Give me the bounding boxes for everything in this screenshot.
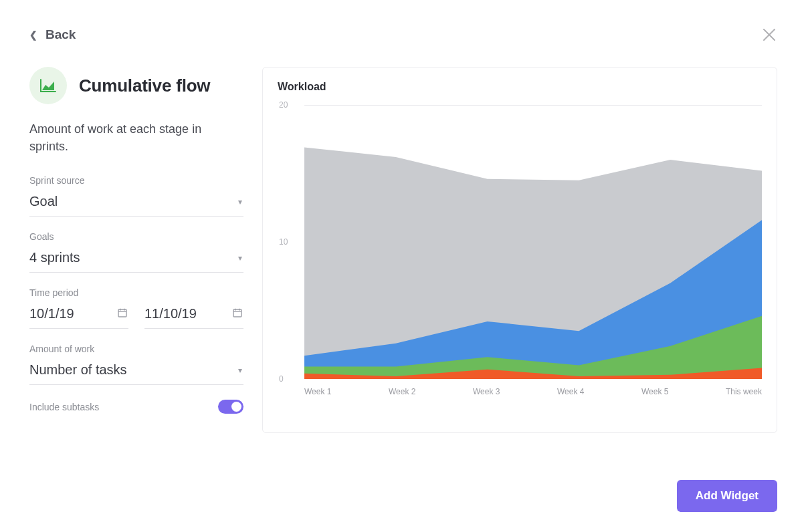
goals-label: Goals xyxy=(29,231,243,242)
time-period-start-value: 10/1/19 xyxy=(29,306,74,321)
calendar-icon xyxy=(233,308,242,320)
close-icon xyxy=(761,27,777,43)
y-axis-label: 0 xyxy=(279,374,284,384)
amount-of-work-value: Number of tasks xyxy=(29,362,127,378)
time-period-end-value: 11/10/19 xyxy=(144,306,197,321)
x-axis-label: Week 1 xyxy=(304,387,331,396)
widget-description: Amount of work at each stage in sprints. xyxy=(29,120,243,155)
widget-title: Cumulative flow xyxy=(79,76,210,96)
y-axis-label: 10 xyxy=(279,237,288,247)
amount-of-work-label: Amount of work xyxy=(29,344,243,354)
svg-rect-6 xyxy=(233,309,241,317)
area-chart-icon xyxy=(39,78,57,93)
time-period-start-input[interactable]: 10/1/19 xyxy=(29,302,128,329)
goals-value: 4 sprints xyxy=(29,250,80,265)
chart-card: Workload Week 1Week 2Week 3Week 4Week 5T… xyxy=(262,67,777,433)
amount-of-work-select[interactable]: Number of tasks ▾ xyxy=(29,358,243,385)
calendar-icon xyxy=(118,308,127,320)
x-axis-label: This week xyxy=(726,387,762,396)
close-button[interactable] xyxy=(761,27,777,43)
widget-icon-chip xyxy=(29,67,67,104)
chart-plot xyxy=(304,105,762,379)
back-label: Back xyxy=(45,27,76,42)
time-period-end-input[interactable]: 11/10/19 xyxy=(144,302,243,329)
sprint-source-label: Sprint source xyxy=(29,175,243,186)
y-axis-label: 20 xyxy=(279,100,288,110)
chevron-down-icon: ▾ xyxy=(238,253,242,263)
include-subtasks-toggle[interactable] xyxy=(218,400,243,414)
svg-rect-2 xyxy=(118,309,126,317)
x-axis-label: Week 5 xyxy=(641,387,668,396)
x-axis-label: Week 4 xyxy=(557,387,584,396)
chevron-down-icon: ▾ xyxy=(238,197,242,207)
include-subtasks-label: Include subtasks xyxy=(29,402,99,412)
config-panel: Cumulative flow Amount of work at each s… xyxy=(29,67,243,414)
x-axis-label: Week 3 xyxy=(473,387,500,396)
back-button[interactable]: ❮ Back xyxy=(29,27,76,42)
sprint-source-value: Goal xyxy=(29,194,58,209)
add-widget-button[interactable]: Add Widget xyxy=(677,480,777,512)
time-period-label: Time period xyxy=(29,287,243,298)
chart-title: Workload xyxy=(278,81,762,93)
sprint-source-select[interactable]: Goal ▾ xyxy=(29,190,243,217)
x-axis-label: Week 2 xyxy=(389,387,415,396)
chart-area: Week 1Week 2Week 3Week 4Week 5This week … xyxy=(290,100,762,394)
chevron-left-icon: ❮ xyxy=(29,29,37,40)
chevron-down-icon: ▾ xyxy=(238,366,242,375)
goals-select[interactable]: 4 sprints ▾ xyxy=(29,246,243,273)
